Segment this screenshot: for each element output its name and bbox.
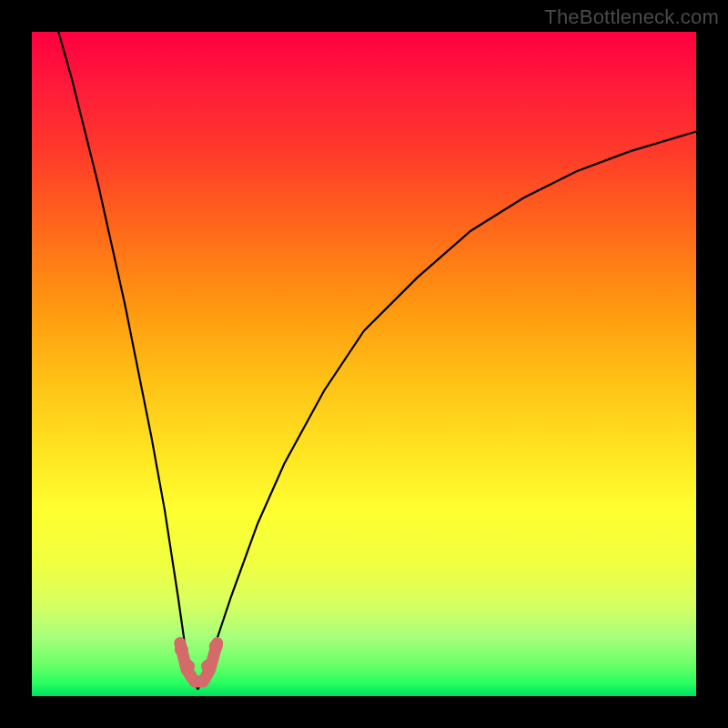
left-curve	[58, 32, 197, 690]
valley-marker	[182, 660, 195, 672]
plot-area	[32, 32, 696, 696]
watermark-text: TheBottleneck.com	[544, 5, 719, 29]
right-curve	[198, 132, 697, 690]
valley-markers	[175, 640, 222, 682]
curves-svg	[32, 32, 696, 696]
valley-marker	[202, 660, 215, 672]
valley-marker	[209, 640, 222, 652]
valley-marker	[175, 643, 187, 656]
chart-container: TheBottleneck.com	[0, 0, 728, 728]
